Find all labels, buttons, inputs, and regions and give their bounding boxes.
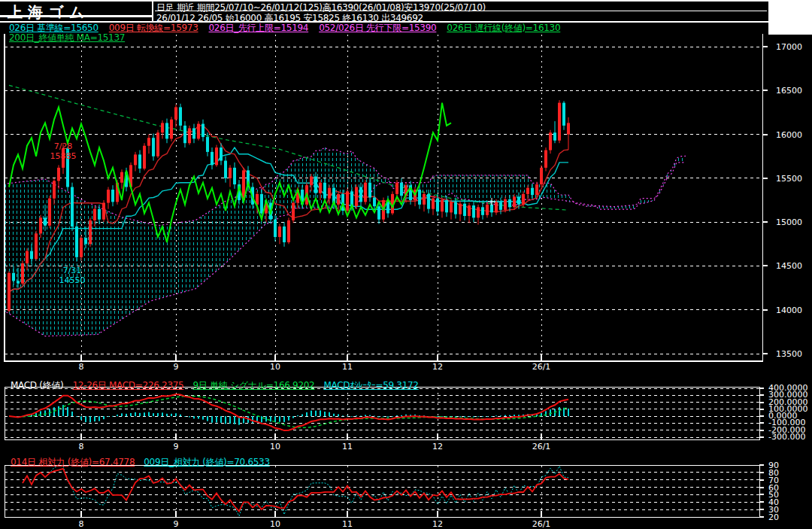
svg-text:20: 20 <box>768 512 779 522</box>
charts-canvas[interactable]: 7/28158857/31145501700016500160001550015… <box>0 0 812 529</box>
macd-signal-label[interactable]: 9日 単純 シグナル=166.9202 <box>192 380 314 391</box>
svg-text:9: 9 <box>174 362 179 372</box>
macd-osc-label[interactable]: MACDｵｼﾚｰﾀｰ=59.3172 <box>323 380 418 391</box>
low-annotation: 14550 <box>59 275 86 285</box>
macd-legend-row: MACD (終値)12-26日 MACD=226.23759日 単純 シグナル=… <box>11 379 428 392</box>
svg-text:26/1: 26/1 <box>532 362 551 372</box>
title-divider <box>152 0 153 22</box>
svg-text:16000: 16000 <box>776 130 802 140</box>
svg-text:12: 12 <box>432 362 443 372</box>
svg-text:-300.000: -300.000 <box>768 432 805 442</box>
svg-text:17000: 17000 <box>776 42 802 52</box>
senko-lower-label[interactable]: 052/026日 先行下限=15390 <box>319 23 436 33</box>
high-annotation: 15885 <box>50 151 77 161</box>
svg-text:26/1: 26/1 <box>532 519 551 529</box>
svg-text:26/1: 26/1 <box>532 442 551 451</box>
svg-text:12: 12 <box>432 442 443 451</box>
title-underline <box>0 15 152 17</box>
corner-panel <box>768 0 812 35</box>
senko-upper-label[interactable]: 026日_先行上限=15194 <box>209 23 309 33</box>
rsi14-label[interactable]: 014日 相対力 (終値)=67.4778 <box>11 457 135 467</box>
macd-value-label[interactable]: 12-26日 MACD=226.2375 <box>72 380 183 391</box>
svg-text:10: 10 <box>270 362 280 372</box>
macd-panel <box>9 394 569 430</box>
chikou-label[interactable]: 026日 遅行線(終値)=16130 <box>447 23 560 33</box>
svg-text:11: 11 <box>342 442 353 451</box>
svg-text:16500: 16500 <box>776 86 802 96</box>
svg-text:9: 9 <box>174 442 179 451</box>
svg-text:15500: 15500 <box>776 174 802 184</box>
rsi-legend-row: 014日 相対力 (終値)=67.4778009日_相対力 (終値)=70.65… <box>11 456 279 469</box>
rsi9-line <box>23 466 568 516</box>
rsi9-label[interactable]: 009日_相対力 (終値)=70.6533 <box>144 457 269 467</box>
svg-text:8: 8 <box>79 442 84 451</box>
rsi-panel <box>23 466 568 516</box>
svg-text:13500: 13500 <box>776 349 802 359</box>
header-separator <box>155 11 767 11</box>
svg-text:14000: 14000 <box>776 306 802 315</box>
ichimoku-cloud <box>0 147 686 336</box>
svg-text:12: 12 <box>432 519 443 529</box>
svg-text:15000: 15000 <box>776 217 802 227</box>
svg-text:11: 11 <box>342 519 353 529</box>
macd-line <box>9 394 568 430</box>
macd-title[interactable]: MACD (終値) <box>11 380 63 391</box>
instrument-title: 上海ゴム <box>8 2 89 23</box>
ma-legend-row: 200日_終値単純 MA=15137 <box>9 32 135 44</box>
svg-text:8: 8 <box>79 519 84 529</box>
trading-chart-window: 7/28158857/31145501700016500160001550015… <box>0 0 812 529</box>
svg-text:10: 10 <box>270 442 280 451</box>
svg-text:9: 9 <box>174 519 179 529</box>
svg-text:8: 8 <box>79 362 84 372</box>
svg-text:14500: 14500 <box>776 261 802 271</box>
ma200-label[interactable]: 200日_終値単純 MA=15137 <box>9 32 125 43</box>
high-annotation: 7/28 <box>54 141 73 151</box>
rsi14-line <box>23 469 568 512</box>
svg-text:10: 10 <box>270 519 280 529</box>
low-annotation: 7/31 <box>63 266 82 275</box>
svg-text:11: 11 <box>342 362 353 372</box>
main-chart: 7/28158857/3114550 <box>0 85 686 336</box>
